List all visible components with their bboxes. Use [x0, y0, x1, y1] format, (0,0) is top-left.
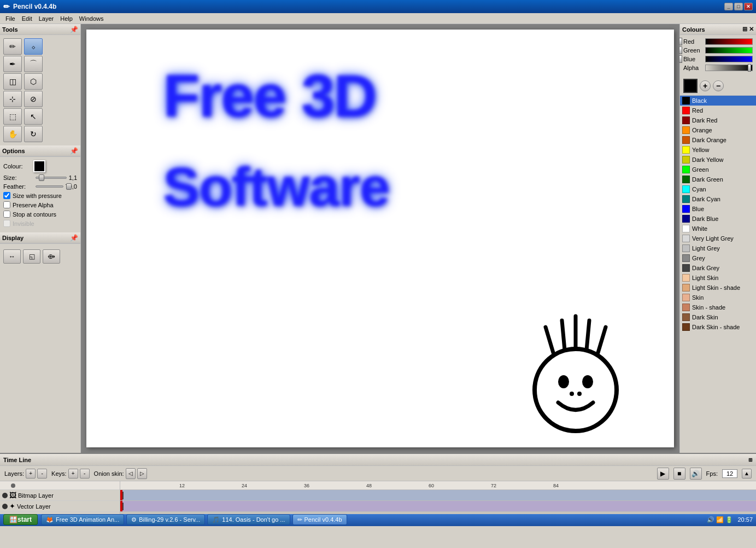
maximize-button[interactable]: □: [734, 3, 743, 10]
vector-visibility[interactable]: [2, 504, 8, 509]
display-rotate-btn[interactable]: ⟴: [43, 249, 60, 264]
eraser-tool[interactable]: ◫: [3, 73, 22, 90]
colour-item-21[interactable]: Skin - shade: [680, 302, 756, 312]
hand-tool[interactable]: ✋: [3, 126, 22, 142]
menu-windows[interactable]: Windows: [76, 15, 107, 22]
select-tool[interactable]: ⌒: [24, 56, 43, 72]
red-slider[interactable]: [705, 38, 753, 45]
options-pin[interactable]: 📌: [70, 147, 78, 155]
colour-item-2[interactable]: Dark Red: [680, 115, 756, 125]
colour-item-17[interactable]: Dark Grey: [680, 263, 756, 273]
fps-up[interactable]: ▲: [742, 469, 752, 479]
display-fit-btn[interactable]: ↔: [3, 249, 21, 264]
size-slider[interactable]: [36, 177, 67, 179]
preserve-alpha-checkbox[interactable]: [3, 201, 10, 208]
alpha-slider[interactable]: [705, 65, 753, 71]
onion-prev-btn[interactable]: ◁: [126, 468, 136, 479]
colour-item-13[interactable]: White: [680, 224, 756, 234]
invisible-checkbox[interactable]: [3, 220, 10, 227]
colour-item-9[interactable]: Cyan: [680, 184, 756, 194]
green-slider-thumb[interactable]: [679, 46, 682, 54]
feather-slider[interactable]: [36, 185, 63, 188]
colour-item-8[interactable]: Dark Green: [680, 174, 756, 184]
taskbar-item-3[interactable]: ✏ Pencil v0.4.4b: [292, 514, 347, 525]
colour-item-3[interactable]: Orange: [680, 125, 756, 135]
red-slider-thumb[interactable]: [679, 38, 682, 45]
timeline-expand[interactable]: ⊞: [748, 457, 753, 463]
menu-file[interactable]: File: [2, 15, 19, 22]
alpha-slider-thumb[interactable]: [748, 64, 751, 72]
close-button[interactable]: ✕: [744, 3, 753, 10]
colour-item-10[interactable]: Dark Cyan: [680, 194, 756, 204]
sound-button[interactable]: 🔊: [690, 468, 702, 480]
colour-list[interactable]: BlackRedDark RedOrangeDark OrangeYellowD…: [680, 95, 756, 453]
menu-layer[interactable]: Layer: [36, 15, 57, 22]
size-slider-thumb[interactable]: [39, 174, 44, 181]
window-controls[interactable]: _ □ ✕: [724, 3, 753, 10]
bitmap-layer-row[interactable]: 🖼 Bitmap Layer: [0, 490, 120, 501]
taskbar-item-1[interactable]: ⚙ Billing-29 v.2.6 - Serv...: [126, 514, 205, 525]
bitmap-track[interactable]: [120, 490, 756, 501]
rotate-tool[interactable]: ↻: [24, 126, 43, 142]
vector-layer-row[interactable]: ✦ Vector Layer: [0, 501, 120, 512]
colours-close[interactable]: ✕: [749, 26, 754, 33]
onion-next-btn[interactable]: ▷: [137, 468, 147, 479]
canvas-area[interactable]: Free 3D Software: [81, 24, 679, 453]
colour-item-23[interactable]: Dark Skin - shade: [680, 322, 756, 332]
display-zoom-btn[interactable]: ◱: [23, 249, 40, 264]
colour-item-11[interactable]: Blue: [680, 204, 756, 214]
colour-item-4[interactable]: Dark Orange: [680, 135, 756, 145]
taskbar-item-2[interactable]: 🎵 114. Oasis - Don't go ...: [207, 514, 290, 525]
colour-item-7[interactable]: Green: [680, 165, 756, 174]
smudge-tool[interactable]: ⬦: [24, 38, 43, 55]
remove-colour-btn[interactable]: −: [713, 80, 724, 91]
menu-help[interactable]: Help: [57, 15, 76, 22]
size-pressure-checkbox[interactable]: [3, 192, 10, 199]
add-colour-btn[interactable]: +: [700, 80, 711, 91]
add-key-btn[interactable]: +: [68, 469, 78, 479]
remove-key-btn[interactable]: -: [80, 469, 90, 479]
colour-item-22[interactable]: Dark Skin: [680, 312, 756, 322]
eyedropper2-tool[interactable]: ⊘: [24, 91, 43, 107]
tools-pin[interactable]: 📌: [70, 26, 78, 33]
rect-select-tool[interactable]: ⬚: [3, 108, 22, 125]
stop-contours-checkbox[interactable]: [3, 211, 10, 218]
colour-item-1[interactable]: Red: [680, 106, 756, 115]
colour-item-20[interactable]: Skin: [680, 293, 756, 302]
canvas-content[interactable]: Free 3D Software: [86, 30, 674, 447]
fps-input[interactable]: [722, 469, 737, 478]
blue-slider-thumb[interactable]: [679, 55, 682, 63]
arrow-tool[interactable]: ↖: [24, 108, 43, 125]
bitmap-visibility[interactable]: [2, 493, 8, 498]
taskbar-item-0[interactable]: 🦊 Free 3D Animation An...: [41, 514, 124, 525]
stop-button[interactable]: ■: [673, 468, 685, 480]
canvas-drawing[interactable]: Free 3D Software: [86, 30, 674, 447]
colours-expand[interactable]: ⊞: [742, 26, 747, 33]
colour-item-0[interactable]: Black: [680, 96, 756, 106]
vector-track[interactable]: [120, 501, 756, 512]
menu-edit[interactable]: Edit: [19, 15, 36, 22]
colour-item-18[interactable]: Light Skin: [680, 273, 756, 283]
start-button[interactable]: 🪟 start: [3, 514, 38, 525]
colour-item-19[interactable]: Light Skin - shade: [680, 283, 756, 293]
colour-item-14[interactable]: Very Light Grey: [680, 234, 756, 243]
colour-item-5[interactable]: Yellow: [680, 145, 756, 155]
colour-item-15[interactable]: Light Grey: [680, 243, 756, 253]
pen-tool[interactable]: ✒: [3, 56, 22, 72]
colour-item-12[interactable]: Dark Blue: [680, 214, 756, 224]
colour-swatch[interactable]: [33, 160, 45, 172]
blue-slider[interactable]: [705, 56, 753, 62]
colour-item-6[interactable]: Dark Yellow: [680, 155, 756, 165]
current-colour-box[interactable]: [683, 79, 698, 93]
eyedropper-tool[interactable]: ⊹: [3, 91, 22, 107]
green-slider[interactable]: [705, 47, 753, 54]
bucket-tool[interactable]: ⬡: [24, 73, 43, 90]
pencil-tool[interactable]: ✏: [3, 38, 22, 55]
play-button[interactable]: ▶: [657, 468, 669, 480]
remove-layer-btn[interactable]: -: [37, 469, 47, 479]
colour-item-16[interactable]: Grey: [680, 253, 756, 263]
add-layer-btn[interactable]: +: [26, 469, 36, 479]
feather-slider-thumb[interactable]: [66, 183, 72, 190]
minimize-button[interactable]: _: [724, 3, 733, 10]
display-pin[interactable]: 📌: [70, 234, 78, 242]
